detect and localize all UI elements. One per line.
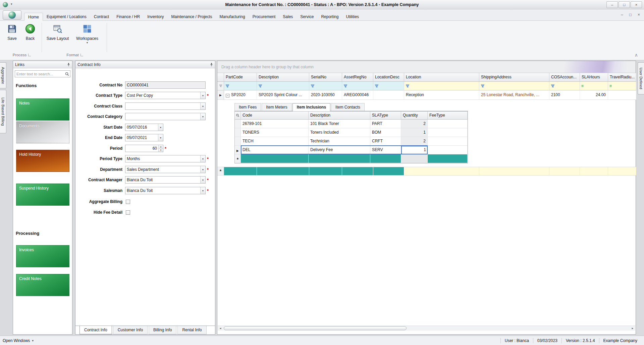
documents-button[interactable]: Documents bbox=[16, 121, 69, 143]
start-date-picker[interactable]: 05/07/2016 ▼ bbox=[125, 124, 163, 131]
filter-cell-location[interactable] bbox=[404, 82, 479, 90]
filter-cell-partcode[interactable] bbox=[224, 82, 257, 90]
cell-description[interactable]: Delivery Fee bbox=[309, 146, 370, 154]
application-menu-button[interactable] bbox=[3, 10, 21, 20]
detail-search-icon[interactable] bbox=[235, 112, 241, 120]
filter-cell-locationdesc[interactable] bbox=[373, 82, 404, 90]
cell-feetype[interactable] bbox=[428, 120, 468, 128]
end-date-picker[interactable]: 05/07/2021 ▼ bbox=[125, 134, 163, 141]
column-header-serialno[interactable]: SerialNo bbox=[309, 73, 342, 82]
filter-cell-description[interactable] bbox=[257, 82, 309, 90]
detail-row[interactable]: TONERS Toners Included BOM 1 bbox=[235, 128, 468, 137]
new-cell-location[interactable] bbox=[404, 167, 479, 176]
column-header-shippingaddress[interactable]: ShippingAddress bbox=[479, 73, 549, 82]
tab-item-inclusions[interactable]: Item Inclusions bbox=[292, 103, 330, 111]
new-cell-code[interactable] bbox=[241, 154, 309, 163]
cell-locationdesc[interactable] bbox=[373, 90, 404, 100]
department-combo[interactable]: Sales Department ▼ bbox=[125, 166, 206, 173]
cell-code[interactable]: DEL bbox=[241, 146, 309, 154]
detail-column-quantity[interactable]: Quantity bbox=[401, 112, 428, 120]
tab-sales[interactable]: Sales bbox=[279, 13, 297, 21]
cell-cosaccount[interactable]: 2100 bbox=[549, 90, 580, 100]
cell-feetype[interactable] bbox=[428, 146, 468, 154]
new-cell-locationdesc[interactable] bbox=[373, 167, 404, 176]
contract-type-combo[interactable]: Cost Per Copy ▼ bbox=[125, 92, 206, 99]
spin-up-icon[interactable]: ▲ bbox=[159, 145, 163, 148]
credit-notes-button[interactable]: Credit Notes bbox=[16, 274, 69, 296]
cell-location[interactable]: Reception bbox=[404, 90, 479, 100]
spin-down-icon[interactable]: ▼ bbox=[159, 148, 163, 152]
column-header-assetregno[interactable]: AssetRegNo bbox=[342, 73, 373, 82]
scrollbar-track[interactable] bbox=[223, 326, 630, 331]
invoices-button[interactable]: Invoices bbox=[16, 245, 69, 267]
cell-quantity[interactable]: 2 bbox=[401, 120, 428, 128]
tab-contract-info[interactable]: Contract Info bbox=[79, 326, 112, 334]
tab-inventory[interactable]: Inventory bbox=[144, 13, 167, 21]
cell-shippingaddress[interactable]: 25 Lonestar Road, Ranchville, ... bbox=[479, 90, 549, 100]
cell-code[interactable]: TECH bbox=[241, 137, 309, 146]
tab-home[interactable]: Home bbox=[24, 13, 43, 21]
column-header-location[interactable]: Location bbox=[404, 73, 479, 82]
open-windows-button[interactable]: Open Windows ▾ bbox=[3, 338, 34, 343]
new-cell-partcode[interactable] bbox=[224, 167, 257, 176]
contract-class-combo[interactable]: ▼ bbox=[125, 102, 206, 110]
cell-slatype[interactable]: SERV bbox=[370, 146, 401, 154]
sidebar-tab-user-defined[interactable]: User Defined bbox=[638, 62, 644, 94]
salesman-combo[interactable]: Bianca Du Toit ▼ bbox=[125, 187, 206, 194]
group-by-panel[interactable]: Drag a column header here to group by th… bbox=[217, 61, 636, 73]
links-search-input[interactable] bbox=[15, 72, 65, 76]
tab-procurement[interactable]: Procurement bbox=[249, 13, 279, 21]
tab-contract[interactable]: Contract bbox=[90, 13, 113, 21]
column-header-partcode[interactable]: PartCode bbox=[224, 73, 257, 82]
chevron-down-icon[interactable]: ▼ bbox=[200, 92, 205, 99]
minimize-button[interactable]: – bbox=[606, 1, 618, 8]
tab-customer-info[interactable]: Customer Info bbox=[113, 326, 148, 334]
scroll-left-icon[interactable]: ◄ bbox=[218, 327, 223, 330]
column-header-description[interactable]: Description bbox=[257, 73, 309, 82]
detail-row-focused[interactable]: ▶ DEL Delivery Fee SERV 1 bbox=[235, 146, 468, 154]
back-button[interactable]: Back bbox=[21, 23, 39, 41]
hold-history-button[interactable]: Hold History bbox=[16, 150, 69, 172]
child-minimize-button[interactable]: – bbox=[621, 12, 623, 17]
save-button[interactable]: Save bbox=[3, 23, 21, 41]
dialog-launcher-icon[interactable] bbox=[80, 54, 83, 56]
detail-column-slatype[interactable]: SLAType bbox=[370, 112, 401, 120]
detail-row[interactable]: TECH Technician CRFT 2 bbox=[235, 137, 468, 146]
scrollbar-thumb[interactable] bbox=[224, 326, 407, 330]
tab-finance-hr[interactable]: Finance / HR bbox=[113, 13, 144, 21]
contract-no-input[interactable]: CO0000041 bbox=[125, 81, 206, 89]
cell-code[interactable]: 26789-101 bbox=[241, 120, 309, 128]
filter-cell-assetregno[interactable] bbox=[342, 82, 373, 90]
detail-column-description[interactable]: Description bbox=[309, 112, 370, 120]
tab-item-fees[interactable]: Item Fees bbox=[234, 103, 261, 111]
new-cell-description[interactable] bbox=[309, 154, 370, 163]
column-header-travelradius[interactable]: TravelRadiu... bbox=[608, 73, 636, 82]
cell-assetregno[interactable]: AREG000046 bbox=[342, 90, 373, 100]
spin-buttons[interactable]: ▲ ▼ bbox=[158, 145, 163, 152]
tab-manufacturing[interactable]: Manufacturing bbox=[216, 13, 249, 21]
sidebar-tab-aggregate[interactable]: Aggregate bbox=[0, 62, 6, 88]
period-spinner[interactable]: 60 ▲ ▼ bbox=[125, 145, 163, 152]
detail-column-feetype[interactable]: FeeType bbox=[428, 112, 468, 120]
tab-utilities[interactable]: Utilities bbox=[342, 13, 363, 21]
filter-cell-cosaccount[interactable] bbox=[549, 82, 580, 90]
scroll-right-icon[interactable]: ► bbox=[630, 327, 635, 330]
detail-new-item-row[interactable]: * bbox=[235, 154, 468, 163]
horizontal-scrollbar[interactable]: ◄ ► bbox=[218, 326, 635, 331]
filter-cell-slahours[interactable]: = bbox=[580, 82, 608, 90]
close-button[interactable]: × bbox=[631, 1, 642, 8]
new-cell-slatype[interactable] bbox=[370, 154, 401, 163]
cell-slatype[interactable]: CRFT bbox=[370, 137, 401, 146]
tab-service[interactable]: Service bbox=[297, 13, 317, 21]
collapse-row-icon[interactable]: − bbox=[226, 94, 229, 97]
new-cell-quantity[interactable] bbox=[401, 154, 428, 163]
new-cell-cosaccount[interactable] bbox=[549, 167, 580, 176]
detail-column-code[interactable]: Code bbox=[241, 112, 309, 120]
save-layout-button[interactable]: Save Layout bbox=[45, 23, 70, 41]
cell-partcode[interactable]: −SP2020 bbox=[224, 90, 257, 100]
cell-slahours[interactable]: 24.00 bbox=[580, 90, 608, 100]
new-cell-feetype[interactable] bbox=[428, 154, 468, 163]
chevron-down-icon[interactable]: ▼ bbox=[200, 155, 205, 162]
chevron-down-icon[interactable]: ▼ bbox=[200, 166, 205, 173]
dialog-launcher-icon[interactable] bbox=[28, 54, 31, 56]
